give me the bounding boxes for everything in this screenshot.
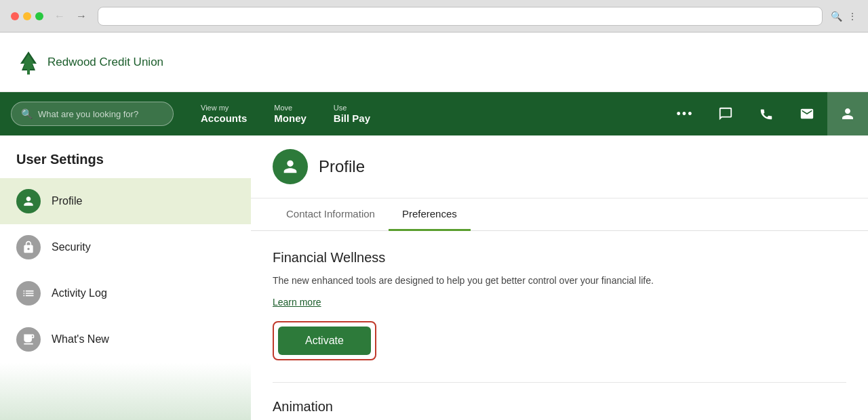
nav-bar: 🔍 What are you looking for? View my Acco… bbox=[0, 92, 868, 135]
content-header: Profile bbox=[251, 135, 868, 198]
search-icon: 🔍 bbox=[21, 108, 33, 119]
nav-search-box[interactable]: 🔍 What are you looking for? bbox=[11, 102, 174, 126]
activity-log-icon bbox=[16, 281, 41, 306]
phone-icon bbox=[759, 106, 774, 121]
animation-section: Animation Manage your animation preferen… bbox=[273, 399, 846, 420]
sidebar-item-security[interactable]: Security bbox=[0, 224, 251, 270]
content-panel: Profile Contact Information Preferences … bbox=[251, 135, 868, 420]
animation-title: Animation bbox=[273, 399, 846, 415]
activate-button[interactable]: Activate bbox=[278, 327, 371, 355]
nav-link-accounts-sub: View my bbox=[201, 104, 229, 112]
sidebar-label-activity-log: Activity Log bbox=[52, 287, 107, 299]
browser-icons: 🔍 ⋮ bbox=[831, 11, 857, 22]
browser-nav-buttons: ← → bbox=[52, 8, 90, 24]
financial-wellness-title: Financial Wellness bbox=[273, 250, 846, 266]
nav-link-billpay[interactable]: Use Bill Pay bbox=[320, 92, 384, 135]
logo-icon bbox=[16, 50, 41, 75]
mail-button[interactable] bbox=[787, 92, 827, 135]
nav-link-billpay-main: Bill Pay bbox=[334, 112, 370, 124]
close-button[interactable] bbox=[11, 12, 19, 20]
phone-button[interactable] bbox=[746, 92, 787, 135]
nav-link-accounts-main: Accounts bbox=[201, 112, 247, 124]
nav-link-billpay-sub: Use bbox=[334, 104, 347, 112]
browser-search-icon[interactable]: 🔍 bbox=[831, 11, 842, 22]
financial-wellness-section: Financial Wellness The new enhanced tool… bbox=[273, 250, 846, 382]
content-body: Financial Wellness The new enhanced tool… bbox=[251, 231, 868, 420]
nav-links: View my Accounts Move Money Use Bill Pay bbox=[187, 92, 665, 135]
url-bar[interactable] bbox=[98, 7, 823, 26]
user-icon bbox=[840, 106, 856, 122]
section-divider bbox=[273, 382, 846, 383]
tabs: Contact Information Preferences bbox=[251, 198, 868, 231]
person-icon bbox=[22, 194, 35, 208]
newspaper-icon bbox=[22, 333, 35, 346]
sidebar-item-whats-new[interactable]: What's New bbox=[0, 316, 251, 362]
sidebar-label-security: Security bbox=[52, 241, 91, 253]
nav-link-accounts[interactable]: View my Accounts bbox=[187, 92, 260, 135]
browser-menu-icon[interactable]: ⋮ bbox=[848, 11, 857, 22]
content-title: Profile bbox=[319, 157, 365, 176]
nav-actions: ••• bbox=[665, 92, 868, 135]
mail-icon bbox=[800, 106, 814, 121]
traffic-lights bbox=[11, 12, 43, 20]
main-area: User Settings Profile Security bbox=[0, 135, 868, 420]
profile-avatar bbox=[273, 149, 308, 184]
maximize-button[interactable] bbox=[35, 12, 43, 20]
chat-button[interactable] bbox=[705, 92, 746, 135]
sidebar-item-profile[interactable]: Profile bbox=[0, 178, 251, 224]
more-button[interactable]: ••• bbox=[665, 92, 705, 135]
nav-link-money-main: Money bbox=[274, 112, 307, 124]
lock-icon bbox=[22, 240, 35, 254]
user-menu-button[interactable] bbox=[827, 92, 868, 135]
whats-new-icon bbox=[16, 327, 41, 352]
security-icon bbox=[16, 235, 41, 259]
avatar-person-icon bbox=[281, 157, 300, 176]
sidebar-label-profile: Profile bbox=[52, 195, 82, 207]
search-placeholder-text: What are you looking for? bbox=[38, 109, 138, 119]
browser-chrome: ← → 🔍 ⋮ bbox=[0, 0, 868, 33]
sidebar-title: User Settings bbox=[0, 135, 251, 178]
app: Redwood Credit Union 🔍 What are you look… bbox=[0, 33, 868, 420]
top-bar: Redwood Credit Union bbox=[0, 33, 868, 92]
financial-wellness-description: The new enhanced tools are designed to h… bbox=[273, 274, 846, 288]
tab-preferences[interactable]: Preferences bbox=[389, 198, 471, 231]
nav-link-money[interactable]: Move Money bbox=[260, 92, 320, 135]
sidebar: User Settings Profile Security bbox=[0, 135, 251, 420]
chat-icon bbox=[718, 106, 733, 121]
nav-link-money-sub: Move bbox=[274, 104, 292, 112]
logo: Redwood Credit Union bbox=[16, 50, 163, 75]
sidebar-item-activity-log[interactable]: Activity Log bbox=[0, 270, 251, 316]
sidebar-label-whats-new: What's New bbox=[52, 333, 109, 345]
minimize-button[interactable] bbox=[23, 12, 31, 20]
list-icon bbox=[22, 287, 35, 300]
back-button[interactable]: ← bbox=[52, 8, 68, 24]
forward-button[interactable]: → bbox=[73, 8, 90, 24]
activate-wrapper: Activate bbox=[273, 321, 376, 360]
tab-contact-information[interactable]: Contact Information bbox=[273, 198, 389, 231]
profile-icon bbox=[16, 189, 41, 213]
logo-text: Redwood Credit Union bbox=[47, 56, 163, 69]
learn-more-link[interactable]: Learn more bbox=[273, 297, 321, 308]
